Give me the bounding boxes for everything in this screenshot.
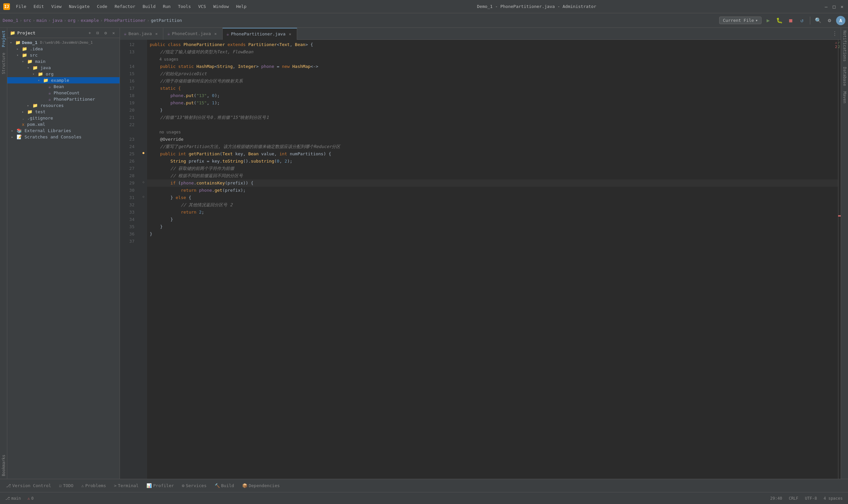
run-config-selector[interactable]: Current File ▾ xyxy=(719,17,762,24)
maximize-button[interactable]: □ xyxy=(831,4,837,9)
menu-run[interactable]: Run xyxy=(160,3,174,10)
menu-code[interactable]: Code xyxy=(94,3,111,10)
add-icon[interactable]: + xyxy=(86,30,93,36)
version-control-icon: ⎇ xyxy=(6,483,11,488)
tab-close-icon[interactable]: ✕ xyxy=(154,31,159,36)
menu-navigate[interactable]: Navigate xyxy=(66,3,93,10)
menu-view[interactable]: View xyxy=(48,3,65,10)
sidebar-item-structure[interactable]: Structure xyxy=(0,50,7,77)
tree-item-phonecount[interactable]: ☕PhoneCount xyxy=(7,90,120,96)
bottom-tab-build[interactable]: 🔨Build xyxy=(211,482,237,489)
indent-settings[interactable]: 4 spaces xyxy=(822,496,845,501)
settings-button[interactable]: ⚙ xyxy=(825,16,834,25)
breadcrumb-separator: › xyxy=(20,18,22,23)
tree-item-main[interactable]: ▾📁main xyxy=(7,58,120,65)
line-number: 25 xyxy=(120,150,137,158)
tab-phonecount[interactable]: ☕PhoneCount.java✕ xyxy=(163,28,222,40)
close-button[interactable]: ✕ xyxy=(840,4,845,9)
menu-window[interactable]: Window xyxy=(210,3,232,10)
breadcrumb-part-4[interactable]: org xyxy=(68,18,75,23)
debug-button[interactable]: 🐛 xyxy=(775,16,784,25)
minimize-button[interactable]: — xyxy=(824,4,829,9)
item-icon: 📁 xyxy=(22,47,27,51)
encoding[interactable]: UTF-8 xyxy=(803,496,819,501)
tree-item-src[interactable]: ▾📁src xyxy=(7,52,120,58)
tree-item-bean[interactable]: ☕Bean xyxy=(7,84,120,90)
menu-vcs[interactable]: VCS xyxy=(195,3,209,10)
bottom-tab-version-control[interactable]: ⎇Version Control xyxy=(3,482,54,489)
tree-item-phonepartitioner[interactable]: ☕PhonePartitioner xyxy=(7,96,120,102)
close-panel-icon[interactable]: ✕ xyxy=(110,30,117,36)
breadcrumb-part-3[interactable]: java xyxy=(52,18,62,23)
tree-item-resources[interactable]: ▸📁resources xyxy=(7,102,120,109)
restart-button[interactable]: ↺ xyxy=(797,16,807,25)
tree-item-org[interactable]: ▾📁org xyxy=(7,71,120,77)
tab-label: PhoneCount.java xyxy=(172,31,211,36)
item-icon: x xyxy=(22,122,24,127)
sidebar-item-notifications[interactable]: Notifications xyxy=(841,28,848,64)
tree-item-example[interactable]: ▾📁example xyxy=(7,77,120,84)
collapse-all-icon[interactable]: ⊟ xyxy=(94,30,101,36)
bottom-tab-todo[interactable]: ☑TODO xyxy=(56,482,76,489)
tree-item-test[interactable]: ▸📁test xyxy=(7,109,120,115)
line-ending[interactable]: CRLF xyxy=(787,496,800,501)
search-everywhere-button[interactable]: 🔍 xyxy=(814,16,823,25)
tab-close-icon[interactable]: ✕ xyxy=(287,32,293,37)
git-icon: ⎇ xyxy=(5,496,10,501)
tree-item-extlibs[interactable]: ▸📚External Libraries xyxy=(7,127,120,134)
tab-close-icon[interactable]: ✕ xyxy=(213,31,218,36)
menu-help[interactable]: Help xyxy=(233,3,250,10)
code-line: //指定了输入键值对的类型为Text, FlowBean xyxy=(147,48,838,56)
breadcrumb-part-2[interactable]: main xyxy=(36,18,47,23)
tab-icon: ☕ xyxy=(124,31,126,36)
code-line: public class PhonePartitioner extends Pa… xyxy=(147,41,838,48)
bottom-tab-services[interactable]: ⚙Services xyxy=(179,482,210,489)
stop-button[interactable]: ■ xyxy=(786,16,795,25)
avatar[interactable]: A xyxy=(836,16,845,25)
sidebar-item-database[interactable]: Database xyxy=(841,64,848,89)
menu-edit[interactable]: Edit xyxy=(30,3,47,10)
breadcrumb-part-6[interactable]: PhonePartitioner xyxy=(104,18,145,23)
tree-item-pom[interactable]: xpom.xml xyxy=(7,121,120,127)
bottom-tab-profiler[interactable]: 📊Profiler xyxy=(143,482,177,489)
menu-refactor[interactable]: Refactor xyxy=(111,3,139,10)
menu-file[interactable]: File xyxy=(13,3,30,10)
line-number: 33 xyxy=(120,209,137,216)
warning-icon: ⚠ xyxy=(28,496,30,501)
breadcrumb-part-7[interactable]: getPartition xyxy=(151,18,182,23)
line-number xyxy=(120,128,137,136)
tree-item-scratches[interactable]: ▸📝Scratches and Consoles xyxy=(7,134,120,140)
breadcrumb-part-1[interactable]: src xyxy=(23,18,31,23)
cursor-position[interactable]: 29:40 xyxy=(768,496,784,501)
line-number: 17 xyxy=(120,85,137,92)
problems-status[interactable]: ⚠ 0 xyxy=(25,496,35,501)
menu-build[interactable]: Build xyxy=(139,3,159,10)
tree-item-java[interactable]: ▾📁java xyxy=(7,65,120,71)
menu-tools[interactable]: Tools xyxy=(175,3,194,10)
line-number: 37 xyxy=(120,238,137,245)
gutter-cell xyxy=(140,185,147,193)
run-button[interactable]: ▶ xyxy=(763,16,773,25)
tab-phonepartitioner[interactable]: ☕PhonePartitioner.java✕ xyxy=(223,28,297,40)
breadcrumb-part-5[interactable]: example xyxy=(81,18,99,23)
bottom-tab-label: Version Control xyxy=(12,483,51,488)
breadcrumb-separator: › xyxy=(147,18,150,23)
code-area[interactable]: public class PhonePartitioner extends Pa… xyxy=(147,40,838,479)
bottom-tab-label: Problems xyxy=(85,483,106,488)
tab-menu-button[interactable]: ⋮ xyxy=(829,31,841,37)
tree-item-idea[interactable]: ▸📁.idea xyxy=(7,46,120,52)
tree-item-root[interactable]: ▾📁Demo_1D:\web\06-JavaWeb\Demo_1 xyxy=(7,39,120,46)
settings-icon[interactable]: ⚙ xyxy=(102,30,109,36)
breadcrumb-part-0[interactable]: Demo_1 xyxy=(3,18,18,23)
bottom-tab-terminal[interactable]: >Terminal xyxy=(111,482,142,489)
gutter-cell xyxy=(140,76,147,84)
git-branch[interactable]: ⎇ main xyxy=(3,496,23,501)
tab-bean[interactable]: ☕Bean.java✕ xyxy=(120,28,163,40)
bottom-tab-problems[interactable]: ⚠Problems xyxy=(78,482,109,489)
tree-path: D:\web\06-JavaWeb\Demo_1 xyxy=(40,40,93,45)
sidebar-item-maven[interactable]: Maven xyxy=(841,89,848,106)
bottom-tab-dependencies[interactable]: 📦Dependencies xyxy=(239,482,283,489)
sidebar-item-project[interactable]: Project xyxy=(0,28,7,50)
sidebar-item-bookmarks[interactable]: Bookmarks xyxy=(0,452,7,479)
tree-item-gitignore[interactable]: ..gitignore xyxy=(7,115,120,121)
